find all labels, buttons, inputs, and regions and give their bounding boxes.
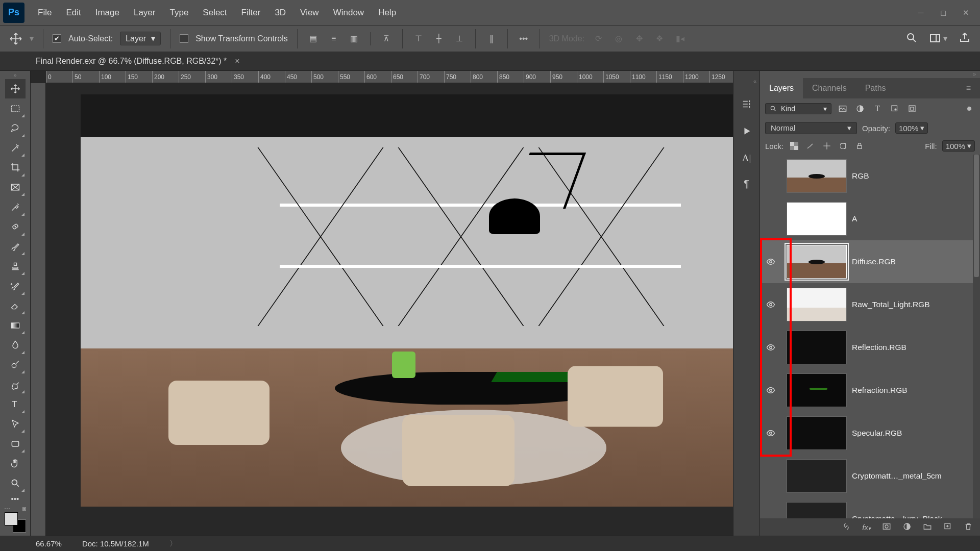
status-zoom[interactable]: 66.67% <box>36 539 62 548</box>
lock-image-icon[interactable] <box>805 140 816 152</box>
layer-row[interactable]: Refraction.RGB <box>760 369 980 412</box>
distribute-top-icon[interactable]: ⊤ <box>412 32 425 45</box>
show-transform-checkbox[interactable] <box>180 34 188 43</box>
opacity-value[interactable]: 100%▾ <box>895 122 928 134</box>
align-top-icon[interactable]: ⊼ <box>380 32 393 45</box>
layer-visibility-icon[interactable] <box>760 386 781 395</box>
align-right-icon[interactable]: ▥ <box>348 32 361 45</box>
tool-frame[interactable] <box>5 178 26 197</box>
menu-type[interactable]: Type <box>162 0 195 25</box>
layer-visibility-icon[interactable] <box>760 300 781 309</box>
document-canvas[interactable] <box>81 94 733 505</box>
layer-row[interactable]: Raw_Total_Light.RGB <box>760 283 980 326</box>
layer-thumbnail[interactable] <box>787 416 847 450</box>
new-layer-icon[interactable] <box>943 522 952 533</box>
tool-stamp[interactable] <box>5 256 26 276</box>
window-minimize[interactable]: ─ <box>910 5 932 21</box>
tool-history-brush[interactable] <box>5 276 26 296</box>
tool-pen[interactable] <box>5 374 26 394</box>
layer-fx-icon[interactable]: fx▾ <box>862 523 871 532</box>
layer-thumbnail[interactable] <box>787 202 847 236</box>
tool-marquee[interactable] <box>5 98 26 118</box>
menu-edit[interactable]: Edit <box>59 0 88 25</box>
layer-thumbnail[interactable] <box>787 459 847 493</box>
paragraph-icon[interactable]: ¶ <box>744 178 749 190</box>
actions-icon[interactable] <box>741 126 752 138</box>
fill-value[interactable]: 100%▾ <box>942 140 975 152</box>
layer-row[interactable]: RGB <box>760 155 980 197</box>
tool-gradient[interactable] <box>5 315 26 335</box>
adjustment-layer-icon[interactable] <box>902 522 912 533</box>
layer-row[interactable]: Specular.RGB <box>760 412 980 455</box>
layer-mask-icon[interactable] <box>882 522 891 533</box>
menu-3d[interactable]: 3D <box>267 0 293 25</box>
document-tab[interactable]: Final Render.exr @ 66.7% (Diffuse.RGB, R… <box>36 57 240 66</box>
lock-position-icon[interactable] <box>821 140 832 152</box>
color-swatch[interactable] <box>5 512 26 533</box>
tool-move[interactable] <box>5 79 26 99</box>
filter-pixel-icon[interactable] <box>837 103 849 115</box>
window-restore[interactable]: ◻ <box>932 5 954 21</box>
layer-thumbnail[interactable] <box>787 159 847 193</box>
close-tab-icon[interactable]: × <box>235 57 239 66</box>
tool-type[interactable]: T <box>5 394 26 414</box>
tool-path-select[interactable] <box>5 414 26 434</box>
blend-mode-select[interactable]: Normal▾ <box>765 122 857 134</box>
tool-hand[interactable] <box>5 454 26 473</box>
layer-group-icon[interactable] <box>923 522 932 533</box>
distribute-spacing-icon[interactable]: ‖ <box>485 32 498 45</box>
more-options-icon[interactable]: ••• <box>517 32 530 45</box>
menu-view[interactable]: View <box>293 0 326 25</box>
edit-toolbar-icon[interactable]: ⋯ <box>4 505 10 512</box>
filter-kind-select[interactable]: Kind▾ <box>765 103 831 114</box>
tool-eraser[interactable] <box>5 296 26 316</box>
tab-channels[interactable]: Channels <box>803 78 856 98</box>
menu-layer[interactable]: Layer <box>127 0 163 25</box>
filter-shape-icon[interactable] <box>889 103 901 115</box>
filter-smart-icon[interactable] <box>906 103 918 115</box>
properties-icon[interactable] <box>741 98 752 111</box>
menu-help[interactable]: Help <box>371 0 403 25</box>
menu-file[interactable]: File <box>31 0 59 25</box>
menu-select[interactable]: Select <box>195 0 234 25</box>
layer-row[interactable]: A <box>760 197 980 240</box>
tool-more-icon[interactable]: ••• <box>5 493 26 505</box>
delete-layer-icon[interactable] <box>964 522 973 533</box>
layer-row[interactable]: Cryptomatt…_metal_5cm <box>760 455 980 497</box>
glyphs-icon[interactable]: A| <box>742 153 751 164</box>
layer-thumbnail[interactable] <box>787 373 847 407</box>
layer-visibility-icon[interactable] <box>760 429 781 438</box>
layer-thumbnail[interactable] <box>787 288 847 321</box>
tab-paths[interactable]: Paths <box>856 78 895 98</box>
tool-brush[interactable] <box>5 237 26 257</box>
status-more-icon[interactable]: 〉 <box>169 539 177 548</box>
tool-wand[interactable] <box>5 138 26 158</box>
filter-type-icon[interactable]: T <box>871 103 884 115</box>
distribute-bottom-icon[interactable]: ⊥ <box>453 32 466 45</box>
layer-thumbnail[interactable] <box>787 331 847 364</box>
layer-row[interactable]: Reflection.RGB <box>760 326 980 369</box>
layer-row[interactable]: Cryptomatte…lurry_Black <box>760 497 980 518</box>
tool-heal[interactable] <box>5 217 26 237</box>
tool-blur[interactable] <box>5 335 26 355</box>
tool-shape[interactable] <box>5 434 26 454</box>
tool-eyedropper[interactable] <box>5 197 26 217</box>
layer-thumbnail[interactable] <box>787 502 847 518</box>
filter-adjust-icon[interactable] <box>854 103 866 115</box>
quickmask-icon[interactable]: ◙ <box>22 505 26 512</box>
auto-select-target[interactable]: Layer▾ <box>120 32 161 45</box>
menu-window[interactable]: Window <box>326 0 371 25</box>
window-close[interactable]: ✕ <box>954 5 977 21</box>
distribute-vcenter-icon[interactable]: ┿ <box>432 32 446 45</box>
tool-zoom[interactable] <box>5 473 26 493</box>
panel-menu-icon[interactable]: ≡ <box>957 78 980 98</box>
tool-lasso[interactable] <box>5 118 26 138</box>
auto-select-checkbox[interactable] <box>53 34 61 43</box>
canvas-area[interactable]: 0501001502002503003504004505005506006507… <box>31 71 733 536</box>
menu-image[interactable]: Image <box>88 0 127 25</box>
lock-all-icon[interactable] <box>854 140 865 152</box>
align-hcenter-icon[interactable]: ≡ <box>327 32 340 45</box>
layer-thumbnail[interactable] <box>787 245 847 279</box>
menu-filter[interactable]: Filter <box>234 0 268 25</box>
move-tool-icon[interactable] <box>9 32 22 45</box>
